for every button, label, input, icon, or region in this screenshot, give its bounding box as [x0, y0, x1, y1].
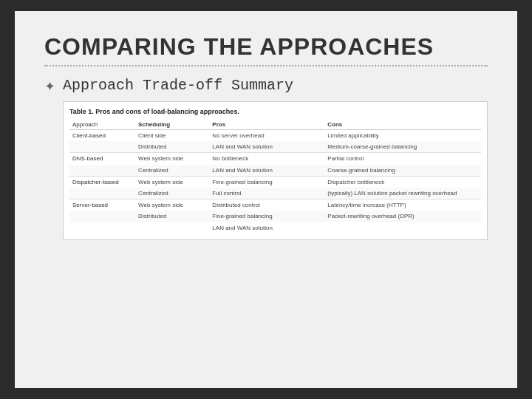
bullet-symbol: ✦ — [44, 78, 55, 95]
col-header-pros: Pros — [209, 120, 324, 130]
cell-pros: No server overhead — [209, 130, 324, 142]
cell-cons — [324, 222, 481, 233]
table-row: Dispatcher-basedWeb system sideFine-grai… — [69, 176, 481, 188]
cell-cons: Dispatcher bottleneck — [324, 176, 481, 188]
cell-cons: Packet-rewriting overhead (DPR) — [324, 211, 481, 222]
col-header-cons: Cons — [324, 120, 481, 130]
table-row: CentralizedLAN and WAN solutionCoarse-gr… — [69, 165, 481, 177]
cell-pros: LAN and WAN solution — [209, 165, 324, 177]
divider — [44, 65, 488, 66]
slide: COMPARING THE APPROACHES ✦ Approach Trad… — [15, 11, 517, 388]
cell-approach — [69, 188, 135, 200]
cell-approach — [69, 165, 135, 177]
table-row: DNS-basedWeb system sideNo bottleneckPar… — [69, 153, 481, 165]
section-title: Approach Trade-off Summary — [63, 77, 488, 94]
cell-pros: Fine-grained balancing — [209, 176, 324, 188]
cell-scheduling: Web system side — [135, 200, 209, 211]
cell-approach: Dispatcher-based — [69, 176, 135, 188]
cell-scheduling: Centralized — [135, 188, 209, 200]
cell-pros: No bottleneck — [209, 153, 324, 165]
table-row: LAN and WAN solution — [69, 222, 481, 233]
cell-pros: Full control — [209, 188, 324, 200]
cell-pros: LAN and WAN solution — [209, 222, 324, 233]
cell-cons: Latency/time increase (HTTP) — [324, 200, 481, 211]
cell-scheduling: Centralized — [135, 165, 209, 177]
cell-approach — [69, 222, 135, 233]
cell-approach — [69, 211, 135, 222]
table-row: Server-basedWeb system sideDistributed c… — [69, 200, 481, 211]
cell-pros: Fine-grained balancing — [209, 211, 324, 222]
cell-approach: Client-based — [69, 130, 135, 142]
table-caption: Table 1. Pros and cons of load-balancing… — [69, 108, 481, 115]
cell-cons: Medium-coarse-grained balancing — [324, 141, 481, 153]
table-row: CentralizedFull control(typically) LAN s… — [69, 188, 481, 200]
bullet-section: ✦ Approach Trade-off Summary Table 1. Pr… — [44, 77, 488, 240]
cell-cons: Partial control — [324, 153, 481, 165]
slide-title: COMPARING THE APPROACHES — [44, 33, 488, 61]
cell-cons: Coarse-grained balancing — [324, 165, 481, 177]
col-header-approach: Approach — [69, 120, 135, 130]
table-container: Table 1. Pros and cons of load-balancing… — [63, 101, 488, 240]
cell-approach: DNS-based — [69, 153, 135, 165]
cell-scheduling: Client side — [135, 130, 209, 142]
table-row: DistributedLAN and WAN solutionMedium-co… — [69, 141, 481, 153]
col-header-scheduling: Scheduling — [135, 120, 209, 130]
table-row: DistributedFine-grained balancingPacket-… — [69, 211, 481, 222]
cell-pros: Distributed control — [209, 200, 324, 211]
cell-approach: Server-based — [69, 200, 135, 211]
cell-scheduling: Web system side — [135, 153, 209, 165]
table-header-row: Approach Scheduling Pros Cons — [69, 120, 481, 130]
cell-scheduling: Web system side — [135, 176, 209, 188]
cell-cons: (typically) LAN solution packet rewritin… — [324, 188, 481, 200]
cell-approach — [69, 141, 135, 153]
cell-scheduling: Distributed — [135, 211, 209, 222]
table-row: Client-basedClient sideNo server overhea… — [69, 130, 481, 142]
cell-scheduling — [135, 222, 209, 233]
cell-scheduling: Distributed — [135, 141, 209, 153]
cell-cons: Limited applicability — [324, 130, 481, 142]
comparison-table: Approach Scheduling Pros Cons Client-bas… — [69, 120, 481, 233]
cell-pros: LAN and WAN solution — [209, 141, 324, 153]
